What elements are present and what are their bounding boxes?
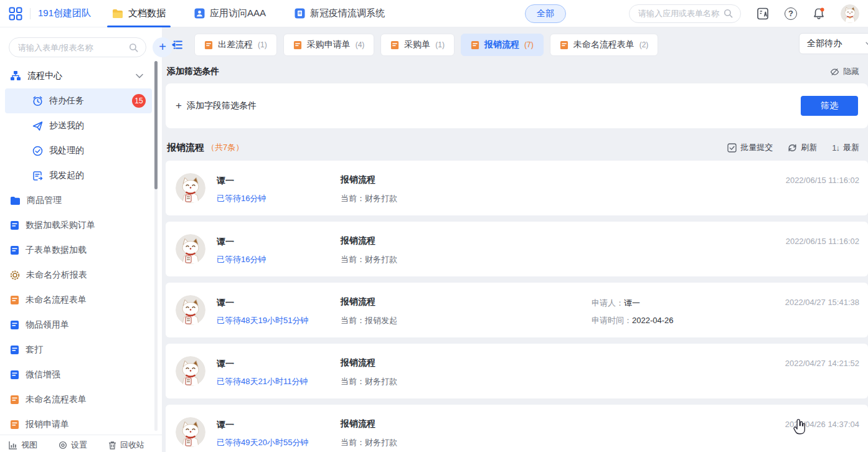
notification-bell-icon[interactable] (812, 7, 826, 21)
sidebar-item-cc-to-me[interactable]: 抄送我的 (5, 113, 152, 138)
sidebar-item-item-requisition[interactable]: 物品领用单 (0, 313, 162, 337)
form-doc-icon (10, 370, 19, 380)
avatar-cat-image (176, 173, 205, 203)
all-apps-pill[interactable]: 全部 (525, 4, 566, 23)
sidebar-item-handled-by-me[interactable]: 我处理的 (5, 138, 152, 163)
sidebar-section-process-center[interactable]: 流程中心 (0, 64, 162, 88)
sidebar-search[interactable] (9, 37, 146, 57)
topbar-search-input[interactable] (637, 8, 724, 19)
applicant-label: 申请人： (592, 298, 624, 308)
sort-newest-button[interactable]: 1↓ 最新 (832, 142, 859, 153)
process-tab-count: (1) (435, 40, 445, 49)
team-name-link[interactable]: 191创建团队 (38, 7, 91, 19)
waiting-duration-link[interactable]: 已等待49天20小时55分钟 (217, 437, 341, 448)
batch-submit-button[interactable]: 批量提交 (727, 142, 773, 153)
org-chart-icon (10, 70, 21, 82)
avatar (176, 234, 205, 264)
process-tab-count: (7) (524, 40, 534, 49)
waiting-duration-link[interactable]: 已等待16分钟 (217, 193, 341, 204)
folder-icon (10, 196, 21, 205)
add-field-filter-button[interactable]: + 添加字段筛选条件 (176, 100, 257, 112)
avatar (176, 356, 205, 386)
sidebar-item-data-load-purchase-order[interactable]: 数据加载采购订单 (0, 213, 162, 238)
waiting-duration-link[interactable]: 已等待16分钟 (217, 254, 341, 265)
sidebar-item-wechat-enhance[interactable]: 微信增强 (0, 362, 162, 387)
topbar-search[interactable] (629, 4, 741, 23)
process-tab-purchase-order[interactable]: 采购单 (1) (380, 34, 455, 56)
add-form-button[interactable]: + (153, 37, 172, 57)
footer-views[interactable]: 视图 (9, 440, 37, 451)
footer-settings[interactable]: 设置 (59, 440, 87, 451)
hide-filter-button[interactable]: 隐藏 (830, 66, 859, 77)
sidebar-scrollbar-thumb[interactable] (154, 61, 158, 189)
filter-title: 添加筛选条件 (167, 66, 219, 77)
sort-icon: 1↓ (832, 143, 839, 153)
process-doc-icon (560, 40, 568, 50)
process-title: 报销流程 (341, 174, 592, 186)
initiator-name: 谭一 (217, 237, 341, 248)
avatar-cat-image (176, 234, 205, 264)
sidebar-search-input[interactable] (17, 42, 129, 53)
sidebar-item-unnamed-process-form-1[interactable]: 未命名流程表单 (0, 288, 162, 313)
user-avatar[interactable] (841, 4, 859, 23)
waiting-duration-link[interactable]: 已等待48天21小时11分钟 (217, 376, 341, 387)
avatar (176, 173, 205, 203)
sidebar-item-unnamed-report[interactable]: 未命名分析报表 (0, 263, 162, 288)
avatar-cat-image (176, 295, 205, 325)
task-row[interactable]: 谭一 已等待48天21小时11分钟 报销流程 当前：财务打款 2022/04/2… (166, 344, 868, 398)
avatar (176, 417, 205, 447)
section-label: 流程中心 (27, 70, 62, 82)
tab-doc-data[interactable]: 文档数据 (112, 0, 166, 27)
check-circle-icon (32, 146, 43, 156)
avatar (176, 295, 205, 325)
paper-plane-icon (32, 121, 43, 131)
collapse-list-icon[interactable] (171, 38, 184, 52)
todo-count-badge: 15 (132, 94, 146, 108)
sidebar-item-product-management[interactable]: 商品管理 (0, 188, 162, 213)
chevron-down-icon[interactable] (136, 73, 143, 78)
plus-icon: + (176, 100, 182, 112)
sidebar-item-todo-tasks[interactable]: 待办任务 15 (5, 88, 152, 113)
task-row[interactable]: 谭一 已等待16分钟 报销流程 当前：财务打款 2022/06/15 11:16… (166, 161, 868, 215)
sidebar-item-unnamed-process-form-2[interactable]: 未命名流程表单 (0, 387, 162, 412)
doc-send-icon (32, 171, 43, 181)
process-tab-label: 未命名流程表单 (573, 39, 634, 50)
sidebar-item-print-template[interactable]: 套打 (0, 337, 162, 362)
process-tab-business-trip[interactable]: 出差流程 (1) (194, 34, 277, 56)
trash-icon (108, 441, 116, 450)
filter-submit-button[interactable]: 筛选 (801, 96, 858, 116)
avatar-cat-image (176, 356, 205, 386)
search-icon[interactable] (129, 43, 138, 52)
search-icon[interactable] (724, 9, 733, 18)
status-filter-value: 全部待办 (807, 38, 842, 49)
process-tab-unnamed-form[interactable]: 未命名流程表单 (2) (550, 34, 659, 56)
sidebar-item-label: 未命名分析报表 (26, 270, 87, 281)
footer-label: 设置 (71, 440, 87, 451)
form-doc-icon (10, 245, 19, 255)
process-tab-purchase-request[interactable]: 采购申请单 (4) (283, 34, 375, 56)
task-row[interactable]: 谭一 已等待16分钟 报销流程 当前：财务打款 2022/06/15 11:16… (166, 222, 868, 276)
process-title: 报销流程 (341, 357, 592, 369)
waiting-duration-link[interactable]: 已等待48天19小时51分钟 (217, 315, 341, 326)
help-icon[interactable]: ? (785, 7, 797, 20)
footer-recycle-bin[interactable]: 回收站 (108, 440, 144, 451)
status-filter-select[interactable]: 全部待办 (799, 33, 868, 54)
topbar-right: ? (629, 4, 859, 23)
tab-covid-system[interactable]: 新冠疫情流调系统 (295, 0, 385, 27)
tab-label: 新冠疫情流调系统 (310, 7, 385, 19)
list-actions: 批量提交 刷新 1↓ 最新 (727, 142, 859, 153)
tab-app-access[interactable]: 应用访问AAA (194, 0, 266, 27)
apply-time-value: 2022-04-26 (632, 316, 674, 325)
process-tab-reimbursement[interactable]: 报销流程 (7) (461, 34, 544, 56)
refresh-button[interactable]: 刷新 (788, 142, 817, 153)
sidebar-item-started-by-me[interactable]: 我发起的 (5, 163, 152, 188)
report-badge-icon (10, 270, 20, 280)
apply-time-label: 申请时间： (592, 316, 632, 325)
contacts-icon[interactable] (756, 7, 770, 21)
process-doc-icon (10, 295, 19, 305)
task-row[interactable]: 谭一 已等待48天19小时51分钟 报销流程 当前：报销发起 申请人：谭一 申请… (166, 283, 868, 337)
app-grid-icon[interactable] (9, 7, 22, 21)
task-row[interactable]: 谭一 已等待49天20小时55分钟 报销流程 当前：财务打款 2022/04/2… (166, 405, 868, 452)
sidebar-item-reimbursement-form[interactable]: 报销申请单 (0, 412, 162, 437)
sidebar-item-subform-data-load[interactable]: 子表单数据加载 (0, 238, 162, 263)
